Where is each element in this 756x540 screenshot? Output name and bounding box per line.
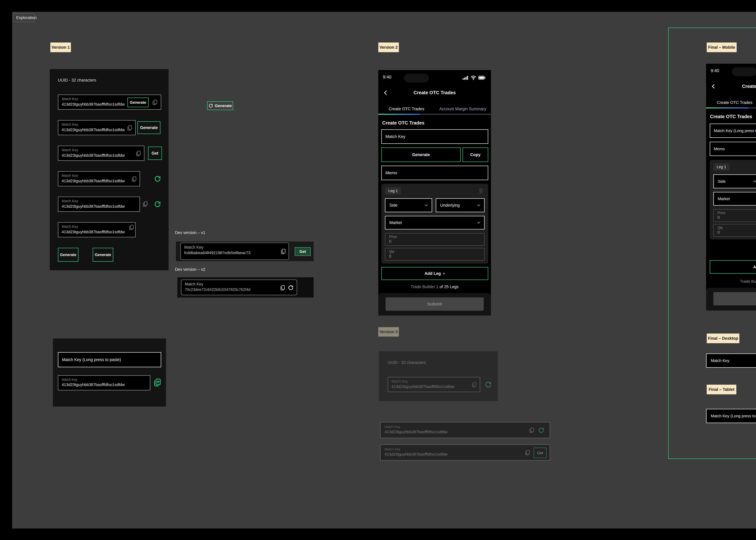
- memo-input[interactable]: Memo: [710, 142, 756, 156]
- submit-button[interactable]: Submit: [385, 297, 484, 311]
- copy-icon[interactable]: [136, 151, 141, 156]
- copy-icon[interactable]: [280, 248, 286, 254]
- generate-button[interactable]: Generate: [381, 148, 461, 162]
- copy-button[interactable]: Copy: [463, 148, 488, 162]
- match-key-field[interactable]: Match Key 413d23tguyhbb387basfffdfso1sdf…: [380, 422, 550, 438]
- section-heading: Create OTC Trades: [710, 114, 752, 119]
- dev-v2-title: Dev version – v2: [175, 267, 205, 272]
- refresh-icon[interactable]: [288, 285, 294, 291]
- get-button[interactable]: Get: [534, 448, 547, 458]
- copy-icon[interactable]: [131, 176, 137, 182]
- plus-icon: +: [443, 271, 445, 276]
- match-key-input[interactable]: Match Key (Long press to paste): [58, 352, 161, 367]
- refresh-icon[interactable]: [154, 201, 161, 208]
- copy-icon[interactable]: [529, 427, 534, 433]
- match-key-field[interactable]: Match Key 413d23tguyhbb387basfffdfso1sdf…: [388, 377, 480, 392]
- field-label: Qty: [717, 226, 756, 230]
- trash-icon[interactable]: [478, 188, 484, 194]
- match-key-field[interactable]: Match Key 413d23tguyhbb387basfffdfso1sdf…: [58, 146, 145, 161]
- match-key-field[interactable]: Match Key fcddbabea6484921987edb5e8beac7…: [180, 243, 289, 260]
- section-heading: Create OTC Trades: [382, 120, 424, 126]
- field-value: 413d23tguyhbb387basfffdfso1sdfdw: [384, 430, 546, 434]
- field-label: Match Key: [62, 122, 132, 127]
- match-key-field[interactable]: Match Key 413d23tguyhbb387basfffdfso1sdf…: [58, 94, 161, 110]
- copy-icon[interactable]: [142, 201, 148, 207]
- refresh-icon[interactable]: [485, 381, 492, 388]
- field-value: 70c23dee72c6422b910347820c762f4d: [185, 287, 293, 292]
- generate-button[interactable]: Generate: [93, 248, 113, 262]
- tab-account-margin-summary[interactable]: Account Margin Summary: [435, 104, 491, 114]
- copy-icon[interactable]: [129, 224, 134, 230]
- memo-input[interactable]: Memo: [381, 166, 488, 180]
- qty-field[interactable]: Qty 0: [713, 224, 756, 237]
- qty-field[interactable]: Qty 0: [385, 248, 485, 261]
- field-value: 0: [389, 254, 484, 259]
- field-label: Match Key: [185, 282, 293, 287]
- final-mobile-phone: 9:40 Create OTC Trades Create OTC Trades…: [706, 64, 756, 311]
- copy-icon[interactable]: [471, 382, 477, 387]
- section-label[interactable]: Exploration: [13, 13, 35, 22]
- field-value: 413d23tguyhbb387basfffdfso1sdfdw: [62, 230, 132, 234]
- field-label: Match Key: [184, 245, 285, 250]
- match-key-input[interactable]: Match Key: [381, 129, 488, 144]
- add-leg-button[interactable]: Add Leg +: [381, 267, 488, 280]
- field-label: Match Key: [62, 378, 147, 382]
- leg-chip: Leg 1: [713, 163, 729, 171]
- tab-create-otc-trades[interactable]: Create OTC Trades: [706, 98, 756, 107]
- field-value: 413d23tguyhbb387basfffdfso1sdfdw: [62, 204, 136, 209]
- refresh-icon[interactable]: [538, 427, 544, 433]
- match-key-field[interactable]: Match Key 413d23tguyhbb387basfffdfso1sdf…: [58, 197, 140, 212]
- generate-button[interactable]: Generate: [58, 248, 78, 262]
- match-key-field[interactable]: Match Key 413d23tguyhbb387basfffdfso1sdf…: [380, 445, 550, 461]
- active-tab-indicator: [706, 107, 748, 108]
- generate-button[interactable]: Generate: [207, 101, 233, 110]
- get-button[interactable]: Get: [148, 147, 162, 160]
- generate-button[interactable]: Generate: [138, 121, 161, 134]
- field-label: Match Key: [391, 379, 477, 384]
- copy-icon[interactable]: [127, 125, 133, 131]
- underlying-dropdown[interactable]: Underlying: [436, 198, 485, 212]
- field-value: 413d23tguyhbb387basfffdfso1sdfdw: [62, 179, 136, 183]
- exploration-section: Exploration Version 1 UUID - 32 characte…: [12, 12, 756, 528]
- market-dropdown[interactable]: Market: [385, 216, 485, 229]
- tab-create-otc-trades[interactable]: Create OTC Trades: [378, 104, 435, 114]
- generate-button[interactable]: Generate: [128, 97, 149, 107]
- submit-footer: Submit: [706, 288, 756, 311]
- get-button[interactable]: Get: [295, 247, 311, 256]
- notch: [732, 67, 756, 76]
- copy-icon[interactable]: [152, 99, 158, 105]
- side-dropdown[interactable]: Side: [713, 175, 756, 188]
- version2-badge: Version 2: [378, 43, 399, 52]
- chevron-down-icon: [476, 220, 481, 225]
- add-leg-button[interactable]: Add Leg +: [710, 260, 756, 274]
- price-field[interactable]: Price 0: [385, 233, 485, 246]
- side-dropdown[interactable]: Side: [385, 198, 432, 212]
- copy-icon[interactable]: [524, 450, 530, 456]
- final-desktop-badge: Final – Desktop: [707, 334, 739, 343]
- dev-v1-title: Dev version – v1: [175, 230, 205, 235]
- match-key-input[interactable]: Match Key Generate: [706, 353, 756, 368]
- page-title: Create OTC Trades: [378, 88, 491, 97]
- refresh-icon[interactable]: [154, 175, 161, 182]
- panel-title: UUID - 32 characters: [58, 78, 96, 82]
- match-key-input[interactable]: Match Key (Long press to paste): [710, 124, 756, 138]
- match-key-field[interactable]: Match Key 413d23tguyhbb387basfffdfso1sdf…: [58, 120, 136, 135]
- field-value: fcddbabea6484921987edb5e8beac73: [184, 250, 285, 255]
- price-field[interactable]: Price 0: [713, 209, 756, 222]
- chevron-down-icon: [424, 203, 429, 208]
- leg-chip: Leg 1: [385, 187, 401, 195]
- match-key-input[interactable]: Match Key (Long press to paste) Generate: [706, 409, 756, 423]
- match-key-field[interactable]: Match Key 413d23tguyhbb387basfffdfso1sdf…: [58, 375, 150, 390]
- copy-icon[interactable]: [280, 285, 285, 291]
- submit-button[interactable]: Submit: [713, 292, 756, 305]
- field-value: 0: [389, 239, 484, 244]
- market-dropdown[interactable]: Market: [713, 192, 756, 205]
- match-key-field[interactable]: Match Key 413d23tguyhbb387basfffdfso1sdf…: [58, 222, 136, 237]
- match-key-field[interactable]: Match Key 70c23dee72c6422b910347820c762f…: [181, 280, 297, 295]
- copy-add-icon[interactable]: [153, 378, 162, 387]
- match-key-field[interactable]: Match Key 413d23tguyhbb387basfffdfso1sdf…: [58, 171, 140, 186]
- version2-phone: 9:40 Create OTC Trades Create OTC Trades…: [378, 70, 491, 316]
- field-label: Match Key: [62, 199, 136, 203]
- final-tablet-badge: Final – Tablet: [707, 385, 736, 394]
- notch: [404, 74, 429, 82]
